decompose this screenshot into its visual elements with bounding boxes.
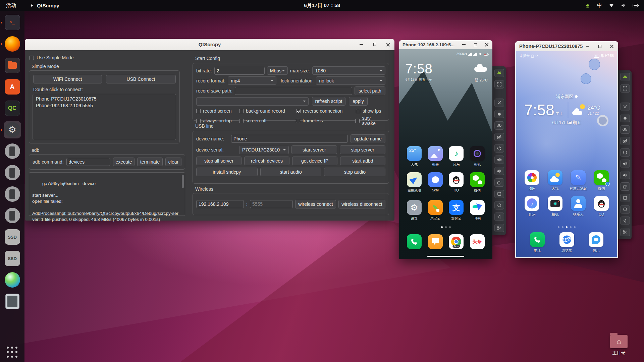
app-qq[interactable]: QQ (446, 172, 466, 193)
expand-notification-button[interactable] (494, 99, 504, 107)
app-amap[interactable]: 高德地图 (405, 172, 424, 193)
power-button[interactable] (494, 144, 504, 153)
volume-up-button[interactable] (620, 160, 630, 168)
reverse-connection-checkbox[interactable] (296, 109, 301, 113)
execute-button[interactable]: execute (113, 158, 135, 166)
close-button[interactable] (385, 42, 391, 48)
app-wechat[interactable]: 微信 (468, 172, 487, 193)
app-camera[interactable]: 相机 (545, 196, 565, 217)
refresh-devices-button[interactable]: refresh devices (244, 157, 289, 165)
stop-server-button[interactable]: stop server (340, 145, 385, 154)
usb-connect-button[interactable]: USB Connect (106, 75, 176, 83)
group-control-button[interactable] (494, 69, 504, 77)
home-button[interactable] (494, 201, 504, 209)
bit-rate-unit-select[interactable]: Mbps (267, 66, 288, 75)
adb-command-input[interactable] (66, 158, 110, 166)
dock-item-tablet-device[interactable] (4, 293, 21, 310)
phone1-titlebar[interactable]: Phone-192.168.2.109:5... (399, 40, 492, 49)
dock-item-firefox[interactable] (4, 35, 21, 53)
screen-off-checkbox[interactable] (239, 119, 244, 123)
close-button[interactable] (609, 43, 615, 49)
bit-rate-input[interactable] (214, 67, 265, 75)
minimize-button[interactable] (358, 42, 364, 48)
touch-button[interactable] (620, 114, 630, 122)
dock-item-phone-mirror[interactable] (4, 164, 21, 181)
max-size-select[interactable]: 1080 (312, 66, 385, 75)
home-button[interactable] (620, 205, 630, 214)
ime-indicator[interactable]: 中 (597, 2, 602, 9)
volume-up-button[interactable] (494, 156, 504, 164)
dock-item-files[interactable] (4, 57, 21, 74)
back-button[interactable] (620, 217, 630, 225)
lock-orientation-select[interactable]: no lock (316, 76, 385, 85)
dock-messages[interactable]: 信息 (586, 232, 606, 253)
dock-item-phone-mirror[interactable] (4, 142, 21, 160)
record-format-select[interactable]: mp4 (228, 76, 276, 85)
always-on-top-checkbox[interactable] (196, 119, 201, 123)
record-save-path-input[interactable] (235, 87, 352, 95)
log-scrollbar[interactable] (182, 175, 184, 188)
app-switch-button[interactable] (620, 182, 630, 191)
maximize-button[interactable] (472, 42, 478, 48)
record-screen-checkbox[interactable] (196, 109, 201, 113)
stop-all-server-button[interactable]: stop all server (196, 157, 241, 165)
minimize-button[interactable] (585, 43, 591, 49)
wireless-port-input[interactable] (250, 200, 293, 208)
app-qinbaobao[interactable]: 亲宝宝 (426, 200, 445, 221)
dock-phone[interactable]: 电话 (528, 232, 547, 253)
start-audio-button[interactable]: start audio (260, 168, 322, 176)
app-wechat[interactable]: ✓微信 (592, 170, 611, 191)
update-name-button[interactable]: update name (351, 134, 385, 143)
app-camera[interactable]: 相机 (468, 146, 487, 167)
dock-phone[interactable] (405, 234, 424, 249)
minimize-button[interactable] (461, 42, 467, 48)
device-name-input[interactable] (231, 135, 348, 143)
clock-button[interactable]: 6月17日 07：58 (304, 2, 340, 9)
wireless-disconnect-button[interactable]: wireless disconnect (338, 200, 385, 208)
dock-item-ubuntu-software[interactable]: A (4, 78, 21, 96)
screen-off-button[interactable] (494, 133, 504, 141)
screenshot-button[interactable] (494, 224, 504, 232)
background-record-checkbox[interactable] (239, 109, 244, 113)
dock-item-terminal[interactable]: >_ (4, 14, 21, 31)
wireless-connect-button[interactable]: wireless connect (295, 200, 336, 208)
volume-down-button[interactable] (494, 167, 504, 175)
app-qq[interactable]: QQ (592, 196, 611, 217)
screen-on-button[interactable] (620, 125, 630, 134)
device-list-item[interactable]: Phone-192.168.2.109:5555 (33, 102, 176, 109)
expand-notification-button[interactable] (620, 103, 630, 111)
menu-button[interactable] (494, 190, 504, 198)
home-folder-shortcut[interactable]: ⌂ 主目录 (606, 335, 632, 356)
use-simple-mode-checkbox[interactable] (30, 56, 34, 60)
app-music[interactable]: ♪音乐 (522, 196, 542, 217)
app-feishu[interactable]: 飞书 (468, 200, 487, 221)
app-weather[interactable]: 天气 (545, 170, 565, 191)
stop-audio-button[interactable]: stop audio (324, 168, 385, 176)
dock-item-qtcreator[interactable]: QC (4, 100, 21, 117)
power-button[interactable] (620, 148, 630, 157)
clear-button[interactable]: clear (165, 158, 181, 166)
menu-button[interactable] (620, 194, 630, 202)
refresh-script-button[interactable]: refresh script (312, 97, 345, 106)
start-adbd-button[interactable]: start adbd (340, 157, 385, 165)
frameless-checkbox[interactable] (296, 119, 300, 123)
maximize-button[interactable] (597, 43, 603, 49)
terminate-button[interactable]: terminate (137, 158, 163, 166)
script-select[interactable] (196, 97, 309, 106)
dock-item-ssd-drive[interactable]: SSD (4, 250, 21, 267)
maximize-button[interactable] (372, 42, 378, 48)
stay-awake-checkbox[interactable] (355, 119, 360, 123)
show-applications-button[interactable] (7, 347, 18, 358)
app-weather[interactable]: 25°天气 (405, 146, 424, 167)
start-server-button[interactable]: start server (291, 145, 337, 154)
dock-item-phone-mirror[interactable] (4, 207, 21, 224)
activities-button[interactable]: 活动 (6, 2, 16, 9)
touch-button[interactable] (494, 110, 504, 118)
app-alipay[interactable]: 支支付宝 (446, 200, 466, 221)
app-settings[interactable]: ⚙设置 (405, 200, 424, 221)
install-sndcpy-button[interactable]: install sndcpy (196, 168, 258, 176)
app-music[interactable]: ♪音乐 (446, 146, 466, 167)
device-list[interactable]: Phone-P7CDU17C23010875 Phone-192.168.2.1… (33, 94, 176, 140)
apply-button[interactable]: apply (349, 97, 368, 106)
dock-item-globe-app[interactable] (4, 271, 21, 289)
